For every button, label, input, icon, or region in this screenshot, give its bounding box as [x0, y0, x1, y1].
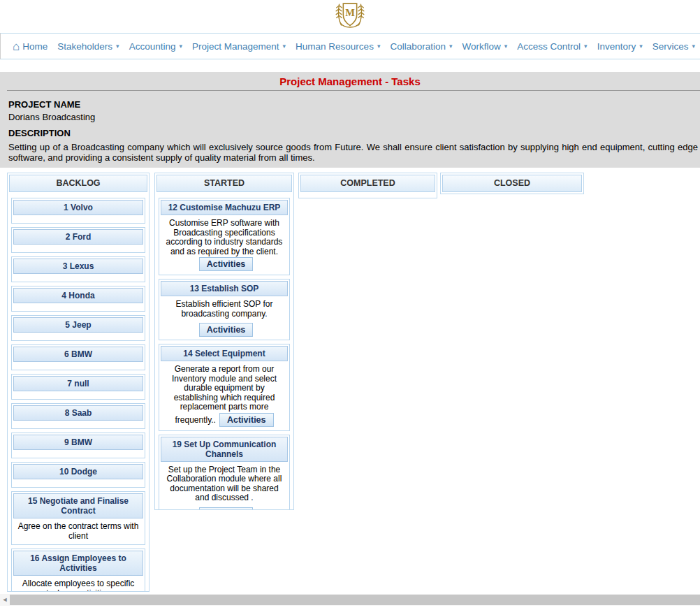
- column-header-completed: COMPLETED: [300, 175, 435, 192]
- task-card-empty-body: [13, 421, 143, 427]
- nav-item-human-resources[interactable]: Human Resources▾: [291, 41, 385, 52]
- project-name-value: Dorians Broadcasting: [8, 112, 700, 122]
- scroll-left-arrow-icon[interactable]: ◄: [0, 594, 10, 606]
- task-card-description: Allocate employees to specific tasks or …: [13, 576, 143, 592]
- project-name-label: PROJECT NAME: [8, 99, 700, 110]
- nav-item-label: Access Control: [517, 41, 581, 52]
- nav-item-project-management[interactable]: Project Management▾: [187, 41, 291, 52]
- home-icon: ⌂: [13, 41, 20, 52]
- nav-item-stakeholders[interactable]: Stakeholders▾: [52, 41, 124, 52]
- task-card-title[interactable]: 7 null: [13, 376, 143, 391]
- task-card[interactable]: 10 Dodge: [11, 462, 145, 488]
- task-card-title[interactable]: 8 Saab: [13, 405, 143, 421]
- task-card-title[interactable]: 14 Select Equipment: [161, 346, 288, 361]
- task-card-empty-body: [13, 245, 143, 251]
- title-divider: [7, 90, 700, 91]
- column-cards[interactable]: [441, 194, 583, 194]
- chevron-down-icon: ▾: [584, 43, 588, 50]
- task-card[interactable]: 5 Jeep: [11, 315, 145, 341]
- page-title: Project Management - Tasks: [0, 72, 700, 87]
- chevron-down-icon: ▾: [179, 43, 182, 50]
- horizontal-scrollbar-thumb[interactable]: [10, 595, 700, 605]
- task-card[interactable]: 1 Volvo: [11, 198, 145, 224]
- activities-button[interactable]: Activities: [199, 323, 254, 337]
- nav-item-label: Stakeholders: [57, 41, 112, 52]
- nav-item-label: Services: [652, 41, 689, 52]
- task-card-empty-body: [13, 391, 143, 398]
- task-card[interactable]: 6 BMW: [11, 344, 145, 370]
- task-card-description: Agree on the contract terms with client: [13, 518, 143, 543]
- task-card-empty-body: [13, 215, 143, 222]
- description-label: DESCRIPTION: [8, 128, 700, 138]
- task-card-title[interactable]: 16 Assign Employees to Activities: [13, 551, 143, 576]
- task-card-title[interactable]: 12 Customise Machuzu ERP: [161, 200, 288, 215]
- nav-item-label: Collaboration: [390, 41, 446, 52]
- chevron-down-icon: ▾: [377, 43, 381, 50]
- chevron-down-icon: ▾: [692, 43, 695, 50]
- task-card-description: Establish efficient SOP for broadcasting…: [161, 296, 288, 321]
- task-card-title[interactable]: 10 Dodge: [13, 464, 143, 479]
- nav-item-home[interactable]: ⌂Home: [8, 41, 52, 52]
- nav-item-collaboration[interactable]: Collaboration▾: [385, 41, 457, 52]
- task-card[interactable]: 16 Assign Employees to ActivitiesAllocat…: [11, 549, 145, 592]
- task-card[interactable]: 7 null: [11, 374, 145, 400]
- activities-button[interactable]: Activities: [219, 413, 274, 427]
- task-card-empty-body: [13, 333, 143, 339]
- activities-button-row: Activities: [161, 505, 288, 511]
- task-card-title[interactable]: 15 Negotiate and Finalise Contract: [13, 493, 143, 518]
- column-header-started: STARTED: [156, 175, 292, 192]
- chevron-down-icon: ▾: [449, 43, 453, 50]
- nav-item-label: Accounting: [129, 41, 176, 52]
- nav-item-label: Human Resources: [296, 41, 374, 52]
- task-card[interactable]: 12 Customise Machuzu ERPCustomise ERP so…: [159, 198, 290, 275]
- column-header-closed: CLOSED: [442, 175, 582, 192]
- chevron-down-icon: ▾: [116, 43, 119, 50]
- nav-item-label: Project Management: [192, 41, 279, 52]
- nav-item-workflow[interactable]: Workflow▾: [458, 41, 513, 52]
- column-cards[interactable]: 12 Customise Machuzu ERPCustomise ERP so…: [155, 194, 293, 510]
- task-card[interactable]: 2 Ford: [11, 227, 145, 253]
- task-card-empty-body: [13, 362, 143, 368]
- task-card-description: Set up the Project Team in the Collabora…: [161, 462, 288, 505]
- task-card[interactable]: 4 Honda: [11, 286, 145, 312]
- nav-item-label: Workflow: [462, 41, 501, 52]
- task-card[interactable]: 13 Establish SOPEstablish efficient SOP …: [159, 279, 290, 340]
- app-logo: M: [0, 1, 700, 35]
- task-card[interactable]: 9 BMW: [11, 433, 145, 458]
- task-card[interactable]: 15 Negotiate and Finalise ContractAgree …: [11, 491, 145, 545]
- task-card-empty-body: [13, 450, 143, 456]
- nav-item-accounting[interactable]: Accounting▾: [124, 41, 187, 52]
- task-card-title[interactable]: 5 Jeep: [13, 317, 143, 333]
- task-card-title[interactable]: 3 Lexus: [13, 259, 143, 274]
- task-card-title[interactable]: 19 Set Up Communication Channels: [161, 437, 288, 462]
- horizontal-scrollbar[interactable]: ◄: [0, 594, 700, 606]
- page-header-panel: Project Management - Tasks PROJECT NAME …: [0, 72, 700, 168]
- task-card[interactable]: 8 Saab: [11, 403, 145, 429]
- chevron-down-icon: ▾: [504, 43, 508, 50]
- task-card-empty-body: [13, 303, 143, 310]
- column-cards[interactable]: [299, 194, 437, 195]
- task-card-title[interactable]: 4 Honda: [13, 288, 143, 303]
- task-card-title[interactable]: 9 BMW: [13, 435, 143, 450]
- task-card[interactable]: 14 Select EquipmentGenerate a report fro…: [159, 344, 290, 431]
- task-card-empty-body: [13, 479, 143, 486]
- nav-item-access-control[interactable]: Access Control▾: [512, 41, 592, 52]
- task-card-title[interactable]: 2 Ford: [13, 229, 143, 245]
- main-navbar: ⌂HomeStakeholders▾Accounting▾Project Man…: [0, 33, 700, 59]
- board-column-started: STARTED12 Customise Machuzu ERPCustomise…: [154, 173, 294, 510]
- board-column-closed: CLOSED: [440, 173, 584, 194]
- task-card-title[interactable]: 13 Establish SOP: [161, 281, 288, 296]
- task-card-empty-body: [13, 274, 143, 280]
- nav-item-services[interactable]: Services▾: [648, 41, 700, 52]
- chevron-down-icon: ▾: [639, 43, 643, 50]
- task-card[interactable]: 19 Set Up Communication ChannelsSet up t…: [159, 435, 290, 511]
- nav-item-inventory[interactable]: Inventory▾: [592, 41, 648, 52]
- column-cards[interactable]: 1 Volvo2 Ford3 Lexus4 Honda5 Jeep6 BMW7 …: [8, 194, 149, 592]
- activities-button[interactable]: Activities: [199, 507, 254, 511]
- activities-button[interactable]: Activities: [199, 257, 254, 271]
- task-card-description: Generate a report from our Inventory mod…: [161, 361, 288, 429]
- task-card[interactable]: 3 Lexus: [11, 256, 145, 282]
- task-card-title[interactable]: 1 Volvo: [13, 200, 143, 215]
- task-card-title[interactable]: 6 BMW: [13, 347, 143, 362]
- chevron-down-icon: ▾: [283, 43, 286, 50]
